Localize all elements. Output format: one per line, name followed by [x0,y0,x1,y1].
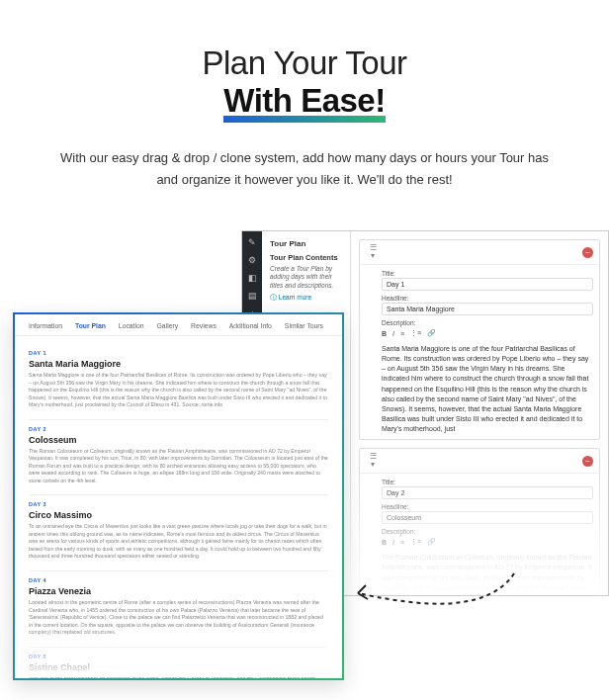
richtext-toolbar: B I ≡ ⋮≡ 🔗 [382,536,593,550]
bold-icon[interactable]: B [382,539,387,546]
tab-additional-info[interactable]: Additional Info [229,322,272,329]
richtext-toolbar: B I ≡ ⋮≡ 🔗 [382,327,593,341]
description-textarea[interactable]: Santa Maria Maggiore is one of the four … [382,341,593,434]
hero-title-line1: Plan Your Tour [0,44,609,82]
editor-panel-title: Tour Plan [270,239,342,248]
day-text: Santa Maria Maggiore is one of the four … [29,372,328,409]
field-label: Headline: [382,503,593,510]
hero-section: Plan Your Tour With Ease! With our easy … [0,0,609,191]
admin-pencil-icon[interactable]: ✎ [247,237,257,247]
day-block: ☰▾ − Title: Day 1 Headline: Santa Maria … [359,239,600,440]
italic-icon[interactable]: I [392,539,394,546]
fade-overlay [16,628,341,677]
tour-day-item: DAY 1 Santa Maria Maggiore Santa Maria M… [29,344,328,420]
numbered-list-icon[interactable]: ⋮≡ [410,538,421,546]
field-label: Title: [382,270,593,277]
day-block: ☰▾ − Title: Day 2 Headline: Colosseum De… [359,448,600,596]
editor-right-pane: ☰▾ − Title: Day 1 Headline: Santa Maria … [351,231,608,595]
field-label: Description: [382,528,593,535]
list-icon[interactable]: ≡ [400,330,404,337]
day-block-header: ☰▾ − [360,240,599,265]
day-title: Piazza Venezia [29,586,328,596]
tab-similar-tours[interactable]: Similar Tours [285,322,323,329]
drag-handle-icon[interactable]: ☰▾ [366,453,380,469]
day-title: Circo Massimo [29,510,328,520]
field-label: Description: [382,319,593,326]
italic-icon[interactable]: I [392,330,394,337]
tab-gallery[interactable]: Gallery [157,322,179,329]
link-icon[interactable]: 🔗 [427,329,436,337]
field-label: Title: [382,479,593,485]
title-input[interactable]: Day 1 [382,278,593,291]
headline-input[interactable]: Colosseum [382,511,593,524]
delete-button[interactable]: − [582,456,593,467]
day-block-header: ☰▾ − [360,449,599,474]
drag-handle-icon[interactable]: ☰▾ [366,244,380,260]
learn-more-link[interactable]: Learn more [270,294,342,303]
tour-day-item: DAY 2 Colosseum The Roman Colosseum or C… [29,420,328,496]
admin-tag-icon[interactable]: ◧ [247,273,257,283]
numbered-list-icon[interactable]: ⋮≡ [410,329,421,337]
bold-icon[interactable]: B [382,330,387,337]
day-label: DAY 4 [29,577,328,583]
description-textarea[interactable]: The Roman Colosseum or Coliseum, origina… [382,550,593,596]
admin-gear-icon[interactable]: ⚙ [247,255,257,265]
tab-location[interactable]: Location [119,322,144,329]
tour-tabs: Information Tour Plan Location Gallery R… [13,312,344,336]
tab-reviews[interactable]: Reviews [191,322,217,329]
list-icon[interactable]: ≡ [400,539,404,546]
day-label: DAY 2 [29,426,328,432]
day-title: Santa Maria Maggiore [29,359,328,369]
editor-contents-desc: Create a Tour Plan by adding days with t… [270,265,342,290]
tour-plan-preview: Information Tour Plan Location Gallery R… [13,312,344,680]
tab-tour-plan[interactable]: Tour Plan [75,322,106,329]
admin-box-icon[interactable]: ▤ [247,291,257,301]
editor-contents-title: Tour Plan Contents [270,253,342,262]
hero-title-line2: With Ease! [223,82,385,120]
day-label: DAY 1 [29,350,328,356]
delete-button[interactable]: − [582,247,593,258]
field-label: Headline: [382,295,593,302]
tour-day-item: DAY 3 Circo Massimo To an untrained eye … [29,495,328,571]
day-label: DAY 3 [29,501,328,507]
headline-input[interactable]: Santa Maria Maggiore [382,303,593,315]
hero-description: With our easy drag & drop / clone system… [0,147,609,191]
title-input[interactable]: Day 2 [382,486,593,499]
link-icon[interactable]: 🔗 [427,538,436,546]
day-title: Colosseum [29,435,328,445]
tab-information[interactable]: Information [29,322,62,329]
day-text: The Roman Colosseum or Coliseum, origina… [29,448,328,485]
day-text: To an untrained eye the Circus of Maxent… [29,523,328,561]
